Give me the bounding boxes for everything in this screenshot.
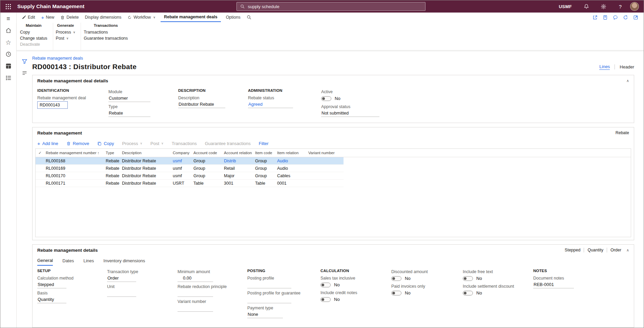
active-toggle[interactable]: No	[321, 95, 629, 102]
process-menu-button[interactable]: Process∨	[56, 30, 76, 35]
column-header-company[interactable]: Company	[171, 151, 192, 155]
cell-item-relation[interactable]: Audio	[276, 159, 307, 163]
chevron-up-icon[interactable]: ∧	[626, 79, 629, 83]
tab-inventory-dimensions[interactable]: Inventory dimensions	[103, 255, 145, 266]
user-avatar[interactable]	[630, 2, 639, 11]
share-button[interactable]	[593, 15, 598, 20]
table-row[interactable]: RL000171 Rebate Distributor Rebate USRT …	[36, 180, 344, 187]
workspaces-button[interactable]	[4, 74, 13, 82]
column-header-description[interactable]: Description	[121, 151, 171, 155]
column-header-number[interactable]: Rebate management number↑	[44, 151, 104, 155]
basis-field[interactable]: Quantity	[37, 296, 66, 303]
cell-company[interactable]: USRT	[171, 181, 192, 186]
tab-lines[interactable]: Lines	[83, 255, 94, 266]
edit-button[interactable]: Edit	[19, 13, 38, 22]
tab-options[interactable]: Options	[223, 13, 244, 22]
document-notes-field[interactable]: REB-0001	[533, 282, 574, 288]
tab-general[interactable]: General	[37, 255, 53, 266]
rebate-management-fasttab-header[interactable]: Rebate management Rebate	[33, 127, 634, 138]
workflow-button[interactable]: Workflow ∨	[124, 13, 159, 22]
header-view-button[interactable]: Header	[620, 64, 634, 69]
table-row[interactable]: RL000168 Rebate Distributor Rebate usmf …	[36, 157, 344, 165]
sales-tax-inclusive-toggle[interactable]: No	[320, 282, 391, 288]
column-header-item-code[interactable]: Item code	[254, 151, 276, 155]
cell-account-relation[interactable]: Major	[223, 173, 254, 178]
hamburger-menu-button[interactable]: ≡	[4, 14, 13, 23]
remove-line-button[interactable]: Remove	[66, 141, 89, 146]
rebate-status-field[interactable]: Agreed	[248, 101, 293, 108]
global-search[interactable]	[236, 2, 425, 11]
guarantee-transactions-button[interactable]: Guarantee transactions	[84, 36, 128, 41]
module-field[interactable]: Customer	[108, 95, 150, 102]
include-free-text-toggle[interactable]: No	[463, 275, 533, 282]
type-field[interactable]: Rebate	[108, 110, 150, 117]
add-line-button[interactable]: + Add line	[37, 141, 58, 146]
filter-pane-button[interactable]	[22, 59, 27, 64]
open-in-new-window-button[interactable]	[633, 15, 638, 20]
transaction-type-field[interactable]: Order	[107, 275, 136, 282]
tab-dates[interactable]: Dates	[62, 255, 74, 266]
cell-company[interactable]: usmf	[171, 166, 192, 171]
delete-button[interactable]: Delete	[57, 13, 82, 22]
include-credit-notes-toggle[interactable]: No	[320, 296, 391, 303]
app-title[interactable]: Supply Chain Management	[17, 3, 84, 9]
rebate-management-deal-input[interactable]	[37, 101, 68, 109]
cell-account-relation[interactable]: 3001	[223, 181, 254, 186]
column-header-variant-number[interactable]: Variant number	[307, 151, 344, 155]
unit-field[interactable]	[107, 290, 136, 297]
filter-button[interactable]: Filter	[259, 141, 269, 146]
copy-line-button[interactable]: Copy	[97, 141, 114, 146]
help-button[interactable]: ?	[612, 0, 629, 13]
global-search-input[interactable]	[248, 4, 422, 9]
description-field[interactable]: Distributor Rebate	[178, 101, 225, 108]
modules-button[interactable]	[4, 62, 13, 70]
task-guide-button[interactable]	[603, 15, 608, 20]
minimum-amount-field[interactable]: 0.00	[178, 275, 213, 282]
rebate-details-fasttab-header[interactable]: Rebate management details Stepped Quanti…	[33, 245, 634, 255]
recent-button[interactable]	[4, 50, 13, 59]
home-button[interactable]	[4, 26, 13, 35]
cell-item-relation[interactable]: Audio	[276, 166, 307, 171]
favorites-button[interactable]: ☆	[4, 38, 13, 47]
cell-account-relation[interactable]: Retail	[223, 166, 254, 171]
rebate-reduction-principle-field[interactable]	[178, 290, 213, 297]
cell-item-relation[interactable]: 0001	[276, 181, 307, 186]
action-pane-search-button[interactable]	[244, 13, 254, 22]
paid-invoices-only-toggle[interactable]: No	[391, 290, 463, 296]
company-picker[interactable]: USMF	[553, 0, 578, 13]
tab-rebate-management-deals[interactable]: Rebate management deals	[161, 13, 221, 22]
copilot-button[interactable]	[613, 15, 618, 20]
select-all-checkbox[interactable]: ✓	[36, 150, 44, 155]
discounted-amount-toggle[interactable]: No	[391, 275, 463, 282]
new-button[interactable]: + New	[38, 13, 58, 22]
table-row[interactable]: RL000170 Rebate Distributor Rebate usmf …	[36, 172, 344, 180]
column-header-account-relation[interactable]: Account relation	[223, 151, 254, 155]
app-launcher-button[interactable]	[0, 0, 16, 13]
cell-account-relation[interactable]: Distrib	[223, 159, 254, 163]
variant-number-field[interactable]	[178, 305, 213, 312]
column-header-item-relation[interactable]: Item relation	[276, 151, 307, 155]
posting-profile-guarantee-field[interactable]	[247, 296, 291, 303]
posting-profile-field[interactable]	[247, 282, 291, 288]
calculation-method-field[interactable]: Stepped	[37, 282, 66, 288]
chevron-up-icon[interactable]: ∧	[626, 248, 629, 252]
column-header-account-code[interactable]: Account code	[192, 151, 223, 155]
deal-details-fasttab-header[interactable]: Rebate management deal details ∧	[33, 75, 634, 86]
display-dimensions-button[interactable]: Display dimensions	[82, 13, 124, 22]
cell-item-relation[interactable]: Cables	[276, 173, 307, 178]
open-list-pane-button[interactable]	[22, 70, 27, 76]
copy-deal-button[interactable]: Copy	[20, 30, 47, 35]
payment-type-field[interactable]: None	[247, 311, 283, 318]
settings-button[interactable]	[595, 0, 612, 13]
refresh-button[interactable]	[623, 15, 628, 20]
change-status-button[interactable]: Change status	[20, 36, 47, 41]
column-header-type[interactable]: Type	[104, 151, 121, 155]
post-menu-button[interactable]: Post∨	[56, 36, 76, 41]
lines-view-button[interactable]: Lines	[599, 64, 610, 70]
cell-company[interactable]: usmf	[171, 173, 192, 178]
cell-company[interactable]: usmf	[171, 159, 192, 163]
table-row[interactable]: RL000169 Rebate Distributor Rebate usmf …	[36, 165, 344, 172]
breadcrumb[interactable]: Rebate management deals	[32, 56, 83, 61]
notifications-button[interactable]	[578, 0, 595, 13]
include-settlement-discount-toggle[interactable]: No	[463, 290, 533, 296]
